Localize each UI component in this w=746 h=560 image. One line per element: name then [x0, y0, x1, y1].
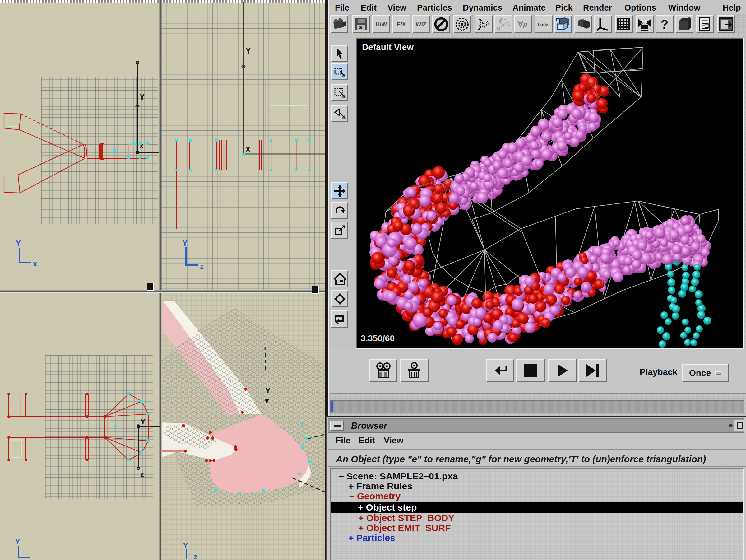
svg-text:3.350/60: 3.350/60 [361, 334, 395, 343]
svg-text:x: x [33, 259, 37, 268]
svg-text:Y: Y [139, 92, 145, 102]
svg-text:z: z [140, 470, 144, 478]
svg-text:Default View: Default View [362, 42, 413, 52]
svg-text:z: z [200, 262, 204, 270]
svg-text:X: X [245, 145, 251, 154]
svg-text:Y: Y [265, 386, 270, 395]
svg-text:Y: Y [140, 417, 146, 426]
svg-text:Y: Y [183, 541, 188, 550]
svg-text:Y: Y [245, 46, 251, 55]
svg-text:Y: Y [182, 238, 188, 248]
svg-text:M: M [497, 26, 500, 31]
svg-text:Y: Y [15, 537, 20, 546]
svg-text:z: z [194, 553, 197, 560]
svg-text:a: a [359, 25, 362, 30]
svg-text:Y: Y [16, 238, 21, 248]
